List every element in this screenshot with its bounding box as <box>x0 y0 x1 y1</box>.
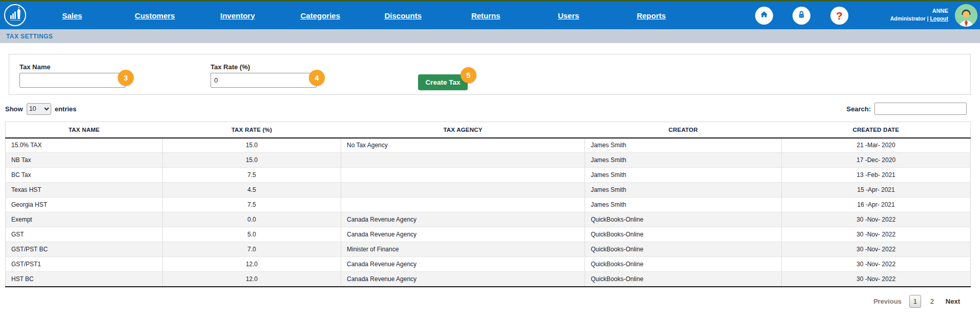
table-row: NB Tax15.0James Smith17 -Dec- 2020 <box>6 153 971 168</box>
pagination-page-1[interactable]: 1 <box>909 295 921 308</box>
logout-link[interactable]: Logout <box>930 15 948 22</box>
table-cell: 15.0% TAX <box>6 138 163 153</box>
pagination-page-2[interactable]: 2 <box>926 295 938 308</box>
home-button[interactable] <box>755 7 773 25</box>
table-cell: 5.0 <box>162 227 341 242</box>
tax-name-input[interactable] <box>19 73 126 88</box>
table-cell: 21 -Mar- 2020 <box>782 138 971 153</box>
table-cell <box>341 183 585 197</box>
nav-item-inventory[interactable]: Inventory <box>196 2 279 29</box>
home-icon <box>759 9 769 22</box>
help-icon: ? <box>836 10 843 21</box>
table-cell: 30 -Nov- 2022 <box>782 272 971 287</box>
step-badge-5: 5 <box>461 67 476 83</box>
table-cell: GST <box>6 227 163 242</box>
table-cell: 30 -Nov- 2022 <box>782 212 971 227</box>
table-cell: 17 -Dec- 2020 <box>782 153 971 168</box>
show-label: Show <box>5 105 23 113</box>
user-role: Administrator <box>890 15 926 22</box>
pagination-next[interactable]: Next <box>946 298 960 305</box>
role-logout-separator: | <box>927 15 929 22</box>
nav-item-customers[interactable]: Customers <box>114 2 197 29</box>
table-cell: James Smith <box>585 153 782 168</box>
column-header[interactable]: CREATOR <box>585 122 782 138</box>
tax-name-label: Tax Name <box>19 63 126 71</box>
nav-item-sales[interactable]: Sales <box>31 2 114 29</box>
table-cell: QuickBooks-Online <box>585 227 782 242</box>
table-header-row: TAX NAMETAX RATE (%)TAX AGENCYCREATORCRE… <box>6 122 971 138</box>
top-navbar: SalesCustomersInventoryCategoriesDiscoun… <box>0 2 980 29</box>
table-row: 15.0% TAX15.0No Tax AgencyJames Smith21 … <box>6 138 971 153</box>
table-cell: 30 -Nov- 2022 <box>782 242 971 257</box>
table-row: Texas HST4.5James Smith15 -Apr- 2021 <box>6 183 971 197</box>
step-badge-3: 3 <box>118 70 134 86</box>
table-cell: QuickBooks-Online <box>585 272 782 287</box>
table-cell: QuickBooks-Online <box>585 212 782 227</box>
table-cell: Texas HST <box>6 183 163 197</box>
table-cell: 4.5 <box>162 183 341 197</box>
help-button[interactable]: ? <box>830 7 848 25</box>
table-cell: HST BC <box>6 272 163 287</box>
nav-item-users[interactable]: Users <box>527 2 610 29</box>
tax-rate-input[interactable] <box>211 73 317 88</box>
table-row: GST/PST112.0Canada Revenue AgencyQuickBo… <box>6 257 971 272</box>
table-cell: James Smith <box>585 138 782 153</box>
table-cell: Georgia HST <box>6 197 163 212</box>
table-cell: QuickBooks-Online <box>585 242 782 257</box>
table-cell <box>341 197 585 212</box>
app-logo[interactable] <box>4 4 26 26</box>
table-row: Exempt0.0Canada Revenue AgencyQuickBooks… <box>6 212 971 227</box>
step-badge-4: 4 <box>309 70 325 86</box>
table-row: GST5.0Canada Revenue AgencyQuickBooks-On… <box>6 227 971 242</box>
pagination: Previous 12 Next <box>0 295 960 308</box>
tax-table: TAX NAMETAX RATE (%)TAX AGENCYCREATORCRE… <box>5 122 971 287</box>
table-cell: Canada Revenue Agency <box>341 257 585 272</box>
table-cell: 12.0 <box>162 272 341 287</box>
nav-item-returns[interactable]: Returns <box>445 2 528 29</box>
table-cell <box>341 168 585 183</box>
table-cell: Minister of Finance <box>341 242 585 257</box>
table-cell: 30 -Nov- 2022 <box>782 227 971 242</box>
table-cell: GST/PST BC <box>6 242 163 257</box>
column-header[interactable]: TAX RATE (%) <box>162 122 341 138</box>
table-cell: 15.0 <box>162 153 341 168</box>
search-input[interactable] <box>874 103 967 115</box>
lock-button[interactable] <box>793 7 810 25</box>
table-cell: 7.0 <box>162 242 341 257</box>
breadcrumb: TAX SETTINGS <box>0 29 980 43</box>
table-cell: James Smith <box>585 197 782 212</box>
lighthouse-logo-icon <box>6 5 25 26</box>
table-cell: 0.0 <box>162 212 341 227</box>
table-cell: 15.0 <box>162 138 341 153</box>
table-cell: 12.0 <box>162 257 341 272</box>
column-header[interactable]: TAX NAME <box>6 122 163 138</box>
table-cell: 7.5 <box>162 168 341 183</box>
table-cell: James Smith <box>585 168 782 183</box>
nav-item-categories[interactable]: Categories <box>279 2 362 29</box>
table-row: GST/PST BC7.0Minister of FinanceQuickBoo… <box>6 242 971 257</box>
nav-item-discounts[interactable]: Discounts <box>362 2 445 29</box>
table-cell: Canada Revenue Agency <box>341 272 585 287</box>
page-title: TAX SETTINGS <box>6 33 53 40</box>
table-cell: 30 -Nov- 2022 <box>782 257 971 272</box>
column-header[interactable]: CREATED DATE <box>782 122 971 138</box>
table-cell <box>341 153 585 168</box>
search-label: Search: <box>846 105 871 113</box>
table-cell: NB Tax <box>6 153 163 168</box>
table-controls: Show 10 entries Search: <box>5 102 967 115</box>
page-size-select[interactable]: 10 <box>27 103 51 115</box>
nav-item-reports[interactable]: Reports <box>610 2 693 29</box>
entries-label: entries <box>55 105 77 113</box>
table-cell: 15 -Apr- 2021 <box>782 183 971 197</box>
table-row: HST BC12.0Canada Revenue AgencyQuickBook… <box>6 272 971 287</box>
user-avatar[interactable] <box>955 4 977 27</box>
table-cell: BC Tax <box>6 168 163 183</box>
table-cell: QuickBooks-Online <box>585 257 782 272</box>
column-header[interactable]: TAX AGENCY <box>341 122 585 138</box>
lock-icon <box>796 9 807 22</box>
table-row: Georgia HST7.5James Smith16 -Apr- 2021 <box>6 197 971 212</box>
pagination-previous[interactable]: Previous <box>873 298 902 305</box>
table-cell: Exempt <box>6 212 163 227</box>
table-cell: GST/PST1 <box>6 257 163 272</box>
tax-rate-label: Tax Rate (%) <box>211 63 317 71</box>
